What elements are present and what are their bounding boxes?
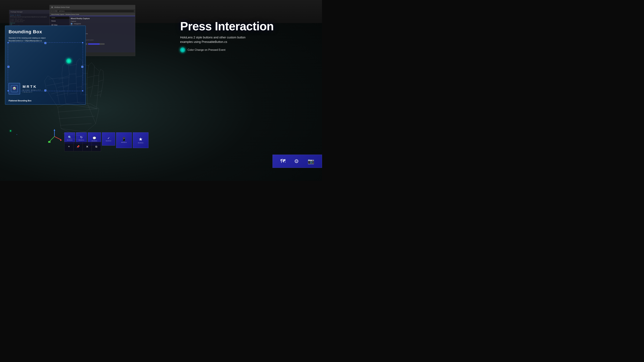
url-bar[interactable]: 127.0.0.1 xyxy=(58,10,134,12)
camera-icon[interactable]: 📷 xyxy=(308,158,314,164)
toolbar-close-btn[interactable]: ✕ xyxy=(83,142,92,151)
right-panel-icons: 🗺 ⚙ 📷 xyxy=(276,158,318,164)
btn-label-32-1: 32x32mm xyxy=(67,139,72,141)
color-change-row: Color Change on Pressed Event xyxy=(180,47,316,52)
axis-indicator xyxy=(46,128,63,145)
settings-icon[interactable]: ⚙ xyxy=(294,158,299,164)
svg-rect-43 xyxy=(48,141,50,143)
button-star-48[interactable]: ★ 48x48mm xyxy=(133,132,148,148)
browser-nav[interactable]: ← → ↻ 127.0.0.1 xyxy=(50,9,135,13)
phone-icon: 📱 xyxy=(122,137,126,141)
capture-option-holograms[interactable]: Holograms xyxy=(71,23,134,24)
back-btn[interactable]: ← xyxy=(51,10,52,12)
add-icon: + xyxy=(68,145,70,148)
btn-label-48-2: 48x48mm xyxy=(138,142,143,143)
press-interaction-subtitle: HoloLens 2 style buttons and other custo… xyxy=(180,35,279,44)
capture-label: Capture xyxy=(71,20,134,22)
btn-label-32-2: 32x32mm xyxy=(78,139,84,141)
press-interaction-area: Press Interaction HoloLens 2 style butto… xyxy=(174,15,322,57)
teal-indicator-dot xyxy=(66,58,71,63)
toolbar-add-btn[interactable]: + xyxy=(64,142,74,151)
pin-icon: 📌 xyxy=(76,145,80,148)
sidebar-item-home[interactable]: Home xyxy=(50,19,69,23)
mrtk-logo-area: ⚙ MRTK MIXED REALITY TOOLKIT xyxy=(8,83,41,94)
browser-window-title: Windows Device Portal xyxy=(54,6,70,8)
toolbar-window-btn[interactable]: ⧉ xyxy=(92,142,101,151)
window-icon: ⧉ xyxy=(95,145,97,148)
button-phone-48[interactable]: 📱 48x48mm xyxy=(116,132,132,148)
bounding-box-title: Bounding Box xyxy=(8,29,42,34)
star-icon: ★ xyxy=(138,137,143,142)
close-icon: ✕ xyxy=(86,145,88,149)
flattened-label: Flattened Bounding Box xyxy=(8,100,32,102)
toolbar-pin-btn[interactable]: 📌 xyxy=(74,142,83,151)
toolbar-row: + 📌 ✕ ⧉ xyxy=(64,142,101,151)
svg-point-3 xyxy=(14,87,15,89)
refresh-icon: ↻ xyxy=(80,136,83,139)
mrtk-logo-icon: ⚙ xyxy=(8,83,20,94)
ide-title: Package Manager xyxy=(10,11,22,13)
svg-marker-41 xyxy=(54,129,55,131)
map-icon[interactable]: 🗺 xyxy=(280,158,286,164)
mr-panel-title: Mixed Reality Capture xyxy=(71,17,134,19)
svg-marker-45 xyxy=(60,139,62,141)
mrtk-text: MRTK MIXED REALITY TOOLKIT xyxy=(22,84,41,93)
check-icon: ✓ xyxy=(108,137,110,140)
ambient-dot-1 xyxy=(10,130,11,132)
btn-label-48-1: 48x48mm xyxy=(121,142,127,143)
sidebar-views-section[interactable]: Views xyxy=(50,16,69,19)
btn-label-40-1: 40x40mm xyxy=(92,140,97,141)
search-icon: 🔍 xyxy=(68,136,72,139)
bounding-box-panel: Bounding Box Standard UI for resizing an… xyxy=(5,25,86,105)
checkbox-holograms[interactable] xyxy=(71,23,72,24)
ambient-dot-2 xyxy=(16,134,17,135)
press-interaction-title: Press Interaction xyxy=(180,20,316,33)
teal-dot xyxy=(180,47,185,52)
browser-titlebar: ⊞ Windows Device Portal xyxy=(50,5,135,9)
chat-icon: 💬 xyxy=(92,137,96,140)
svg-line-42 xyxy=(50,136,54,141)
refresh-btn[interactable]: ↻ xyxy=(56,10,57,12)
btn-label-40-2: 40x40mm xyxy=(106,140,111,141)
browser-tab[interactable]: Mixed Reality Capture - Windows Device P… xyxy=(50,13,135,16)
button-check-40[interactable]: ✓ 40x40mm xyxy=(102,132,115,146)
forward-btn[interactable]: → xyxy=(53,10,54,12)
bounding-box-subtitle: Standard UI for resizing and rotating an… xyxy=(8,36,46,42)
right-button-panel: 🗺 ⚙ 📷 xyxy=(272,155,322,168)
